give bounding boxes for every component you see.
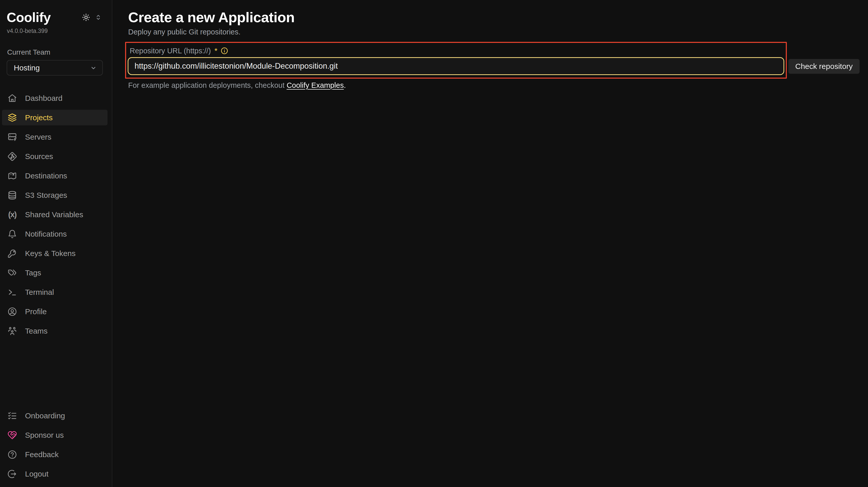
sidebar-footer-nav: Onboarding Sponsor us Feedback <box>0 408 112 485</box>
repository-url-label-row: Repository URL (https://) * <box>130 46 784 55</box>
sidebar-item-feedback[interactable]: Feedback <box>2 447 107 462</box>
sun-icon[interactable] <box>82 13 90 22</box>
bell-icon <box>7 229 17 239</box>
sidebar-item-teams[interactable]: Teams <box>2 323 107 339</box>
sidebar-item-onboarding[interactable]: Onboarding <box>2 408 107 423</box>
main-content: Create a new Application Deploy any publ… <box>113 0 868 90</box>
repository-url-input[interactable] <box>128 57 784 75</box>
required-asterisk: * <box>214 46 218 55</box>
repository-url-label: Repository URL (https://) <box>130 47 211 55</box>
helper-suffix: . <box>344 81 346 89</box>
current-team-label: Current Team <box>7 48 112 56</box>
app-version: v4.0.0-beta.399 <box>7 28 112 34</box>
check-repository-button[interactable]: Check repository <box>788 59 860 74</box>
sidebar-item-keys-tokens[interactable]: Keys & Tokens <box>2 246 107 261</box>
terminal-icon <box>7 287 17 297</box>
database-icon <box>7 190 17 200</box>
page-title: Create a new Application <box>128 9 868 26</box>
sidebar-item-projects[interactable]: Projects <box>2 110 107 125</box>
chevron-down-icon <box>90 64 97 72</box>
sidebar-item-servers[interactable]: Servers <box>2 129 107 145</box>
key-icon <box>7 249 17 258</box>
help-circle-icon <box>7 450 17 459</box>
sidebar-item-logout[interactable]: Logout <box>2 466 107 482</box>
team-select-value: Hosting <box>14 64 40 72</box>
app-logo: Coolify <box>7 10 51 25</box>
git-source-icon <box>7 152 17 161</box>
sidebar-nav: Dashboard Projects Servers <box>0 90 112 343</box>
variable-icon: (x) <box>7 210 17 219</box>
sidebar-item-shared-variables[interactable]: (x) Shared Variables <box>2 207 107 222</box>
sidebar: Coolify v4.0.0-beta.399 Current Team Hos… <box>0 0 112 487</box>
sidebar-item-dashboard[interactable]: Dashboard <box>2 90 107 106</box>
team-select[interactable]: Hosting <box>7 60 103 75</box>
tags-icon <box>7 268 17 278</box>
repository-form-row: Repository URL (https://) * Check reposi… <box>125 42 868 78</box>
page-subtitle: Deploy any public Git repositories. <box>128 28 868 36</box>
users-group-icon <box>7 326 17 336</box>
chevrons-up-down-icon[interactable] <box>94 13 102 21</box>
info-icon[interactable] <box>221 47 228 55</box>
sidebar-item-s3-storages[interactable]: S3 Storages <box>2 187 107 203</box>
server-icon <box>7 132 17 142</box>
sidebar-item-tags[interactable]: Tags <box>2 265 107 281</box>
sidebar-item-sponsor-us[interactable]: Sponsor us <box>2 427 107 443</box>
sidebar-item-profile[interactable]: Profile <box>2 304 107 319</box>
heart-handshake-icon <box>7 430 17 440</box>
sidebar-header: Coolify <box>0 0 112 25</box>
helper-prefix: For example application deployments, che… <box>128 81 287 89</box>
sidebar-item-sources[interactable]: Sources <box>2 149 107 164</box>
helper-text: For example application deployments, che… <box>128 81 868 90</box>
repository-form-highlight-box: Repository URL (https://) * <box>125 42 787 78</box>
user-circle-icon <box>7 307 17 317</box>
logout-icon <box>7 469 17 479</box>
list-checks-icon <box>7 411 17 421</box>
coolify-examples-link[interactable]: Coolify Examples <box>287 81 344 89</box>
sidebar-item-destinations[interactable]: Destinations <box>2 168 107 184</box>
layers-icon <box>7 113 17 123</box>
sidebar-item-terminal[interactable]: Terminal <box>2 284 107 300</box>
home-icon <box>7 93 17 103</box>
map-icon <box>7 171 17 181</box>
sidebar-item-notifications[interactable]: Notifications <box>2 226 107 242</box>
